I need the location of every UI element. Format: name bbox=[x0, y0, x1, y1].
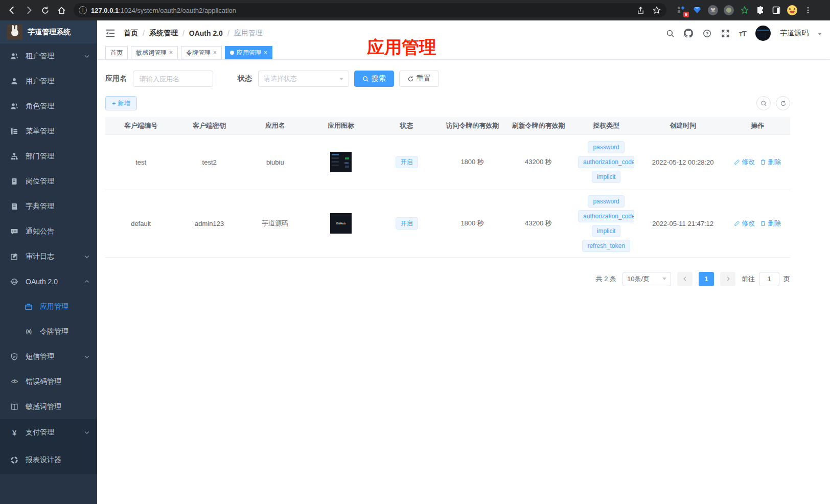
show-search-button[interactable] bbox=[756, 96, 771, 110]
site-info-icon[interactable]: i bbox=[79, 6, 87, 14]
browser-back-button[interactable] bbox=[5, 3, 19, 17]
chevron-down-icon bbox=[662, 278, 666, 280]
goto-label: 前往 bbox=[742, 274, 755, 284]
status-badge: 开启 bbox=[396, 217, 418, 230]
col-status: 状态 bbox=[374, 117, 440, 134]
bookmark-star-icon[interactable] bbox=[652, 6, 661, 15]
goto-page-input[interactable] bbox=[759, 272, 779, 286]
user-icon bbox=[10, 77, 18, 85]
address-bar[interactable]: i 127.0.0.1:1024/system/oauth2/oauth2/ap… bbox=[74, 3, 666, 17]
tag-token[interactable]: 令牌管理× bbox=[181, 46, 222, 59]
peoples-icon bbox=[10, 52, 18, 60]
add-button[interactable]: + 新增 bbox=[105, 96, 137, 110]
code-icon: </> bbox=[10, 378, 18, 386]
col-actions: 操作 bbox=[725, 117, 790, 134]
app-logo-rabbit-image bbox=[7, 25, 22, 40]
tag-home[interactable]: 首页 bbox=[105, 46, 128, 59]
extension-blocks-icon[interactable]: 9 bbox=[676, 5, 687, 16]
sidebar-item-oauth-app[interactable]: 应用管理 bbox=[0, 294, 97, 319]
user-caret-icon[interactable] bbox=[818, 33, 822, 35]
browser-extensions: 9 ⌘ bbox=[676, 5, 814, 16]
sidebar-item-menu[interactable]: 菜单管理 bbox=[0, 119, 97, 144]
refresh-button[interactable] bbox=[776, 96, 790, 110]
col-created: 创建时间 bbox=[641, 117, 725, 134]
sidebar-item-dict[interactable]: 字典管理 bbox=[0, 194, 97, 219]
tag-sensitive-word[interactable]: 敏感词管理× bbox=[131, 46, 178, 59]
delete-link[interactable]: 删除 bbox=[760, 219, 781, 228]
prev-page-button[interactable] bbox=[677, 272, 693, 286]
sidebar-item-user[interactable]: 用户管理 bbox=[0, 68, 97, 94]
sidebar-item-notice[interactable]: 通知公告 bbox=[0, 219, 97, 244]
browser-forward-button[interactable] bbox=[21, 3, 36, 17]
extensions-puzzle-icon[interactable] bbox=[755, 5, 766, 16]
close-icon[interactable]: × bbox=[264, 49, 267, 56]
sidebar-item-pay[interactable]: ¥ 支付管理 bbox=[0, 419, 97, 446]
search-icon[interactable] bbox=[665, 29, 675, 38]
help-icon[interactable]: ? bbox=[702, 29, 711, 38]
share-icon[interactable] bbox=[636, 6, 645, 15]
sidebar-toggle-icon[interactable] bbox=[105, 28, 116, 38]
sidebar-item-sms[interactable]: 短信管理 bbox=[0, 344, 97, 369]
browser-home-button[interactable] bbox=[54, 3, 68, 17]
sidebar-item-oauth2[interactable]: OAuth 2.0 bbox=[0, 269, 97, 294]
sidebar-item-dept[interactable]: 部门管理 bbox=[0, 144, 97, 169]
pagination: 共 2 条 10条/页 1 前往 页 bbox=[105, 272, 790, 286]
chevron-up-icon bbox=[84, 279, 90, 285]
status-select[interactable]: 请选择状态 bbox=[258, 71, 349, 87]
profile-avatar-icon[interactable] bbox=[787, 5, 798, 16]
sidebar-item-errcode[interactable]: </> 错误码管理 bbox=[0, 369, 97, 394]
page-number-button[interactable]: 1 bbox=[699, 272, 714, 286]
cell-refresh-validity: 43200 秒 bbox=[505, 134, 571, 190]
plus-icon: + bbox=[112, 100, 116, 107]
page-size-select[interactable]: 10条/页 bbox=[622, 272, 671, 286]
applications-table: 客户端编号 客户端密钥 应用名 应用图标 状态 访问令牌的有效期 刷新令牌的有效… bbox=[105, 117, 790, 258]
cell-access-validity: 1800 秒 bbox=[440, 134, 505, 190]
text-size-icon[interactable]: TT bbox=[739, 29, 746, 38]
split-view-icon[interactable] bbox=[771, 5, 782, 16]
edit-link[interactable]: 修改 bbox=[734, 157, 755, 167]
sidebar-item-tenant[interactable]: 租户管理 bbox=[0, 43, 97, 68]
extension-green-star-icon[interactable] bbox=[739, 5, 750, 16]
status-badge: 开启 bbox=[396, 156, 418, 168]
segmented-circle-icon bbox=[10, 456, 18, 464]
page-unit-label: 页 bbox=[783, 274, 790, 284]
browser-menu-icon[interactable] bbox=[802, 5, 814, 16]
extension-command-icon[interactable]: ⌘ bbox=[707, 5, 719, 16]
app-icon-thumbnail bbox=[330, 152, 352, 172]
edit-link[interactable]: 修改 bbox=[734, 219, 755, 228]
browser-reload-button[interactable] bbox=[38, 3, 52, 17]
delete-link[interactable]: 删除 bbox=[760, 157, 781, 167]
app-name-label: 应用名 bbox=[105, 74, 127, 83]
tags-view-bar: 首页 敏感词管理× 令牌管理× 应用管理× bbox=[97, 46, 830, 60]
sidebar-item-oauth-token[interactable]: (a) 令牌管理 bbox=[0, 319, 97, 344]
grant-type-tags: password authorization_code implicit ref… bbox=[573, 195, 638, 252]
extension-recorder-icon[interactable] bbox=[723, 5, 734, 16]
github-icon[interactable] bbox=[684, 29, 693, 38]
user-avatar[interactable] bbox=[755, 26, 771, 41]
sidebar-item-sensitive-word[interactable]: 敏感词管理 bbox=[0, 394, 97, 419]
app-name-input[interactable] bbox=[133, 71, 213, 87]
reset-button[interactable]: 重置 bbox=[399, 71, 439, 87]
app-icon-thumbnail: GitHub bbox=[330, 213, 352, 234]
sidebar-item-report-designer[interactable]: 报表设计器 bbox=[0, 446, 97, 474]
fullscreen-icon[interactable] bbox=[721, 29, 730, 38]
close-icon[interactable]: × bbox=[169, 49, 173, 56]
sidebar-item-audit-log[interactable]: 审计日志 bbox=[0, 244, 97, 269]
tag-application-active[interactable]: 应用管理× bbox=[225, 46, 272, 59]
browser-toolbar: i 127.0.0.1:1024/system/oauth2/oauth2/ap… bbox=[0, 0, 830, 20]
chevron-down-icon bbox=[339, 78, 343, 80]
extension-gem-icon[interactable] bbox=[691, 5, 703, 16]
app-logo-row[interactable]: 芋道管理系统 bbox=[0, 20, 97, 43]
sidebar-menu: 租户管理 用户管理 角色管理 菜单管理 部门管理 岗位管理 bbox=[0, 43, 97, 504]
chevron-down-icon bbox=[84, 354, 90, 360]
username[interactable]: 芋道源码 bbox=[780, 29, 809, 38]
breadcrumb-oauth[interactable]: OAuth 2.0 bbox=[189, 29, 223, 37]
breadcrumb-home[interactable]: 首页 bbox=[124, 29, 138, 38]
search-button[interactable]: 搜索 bbox=[354, 71, 394, 87]
sidebar-item-post[interactable]: 岗位管理 bbox=[0, 169, 97, 194]
next-page-button[interactable] bbox=[720, 272, 735, 286]
breadcrumb-system[interactable]: 系统管理 bbox=[149, 29, 178, 38]
breadcrumb-current: 应用管理 bbox=[234, 29, 263, 38]
sidebar-item-role[interactable]: 角色管理 bbox=[0, 94, 97, 119]
close-icon[interactable]: × bbox=[213, 49, 217, 56]
